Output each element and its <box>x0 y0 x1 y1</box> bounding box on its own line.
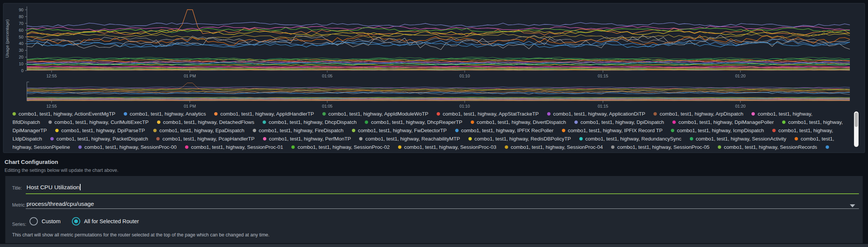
metric-select[interactable]: process/thread/cpu/usage <box>26 201 94 207</box>
y-tick-label: 70 <box>19 21 23 26</box>
mini-x-tick-label: 12:55 <box>46 104 57 108</box>
legend-color-dot <box>690 137 693 140</box>
x-tick-label: 12:55 <box>46 74 57 78</box>
y-tick-label: 40 <box>19 41 23 46</box>
legend-item[interactable]: combo1, test1, highway, SessionProc-04 <box>505 144 603 150</box>
legend-item[interactable]: combo1, test1, highway, DivertDispatch <box>471 119 566 125</box>
legend-color-dot <box>718 145 721 149</box>
metric-select-value: process/thread/cpu/usage <box>26 201 94 207</box>
mini-x-tick-label: 01:20 <box>735 104 746 108</box>
legend-color-dot <box>55 129 59 132</box>
legend-item[interactable]: combo1, test1, highway, SessionProc-01 <box>185 144 283 150</box>
x-tick-label: 01:10 <box>459 74 470 78</box>
legend-color-dot <box>505 145 508 149</box>
legend-color-dot <box>795 137 798 140</box>
series-radio-custom[interactable] <box>30 217 38 225</box>
metric-select-underline <box>26 208 859 209</box>
title-input-value: Host CPU Utilization <box>26 184 79 190</box>
series-radio-custom-label[interactable]: Custom <box>42 218 61 224</box>
y-tick-label: 60 <box>19 28 23 32</box>
legend-item[interactable]: combo1, test1, highway, SessionRecords <box>718 144 817 150</box>
legend-color-dot <box>359 137 362 140</box>
mini-x-tick-label: 01:10 <box>459 104 470 108</box>
legend-item[interactable]: combo1, test1, highway, SessionProc-03 <box>398 144 496 150</box>
legend-item[interactable]: combo1, test1, highway, PcapHandlerTP <box>156 136 255 142</box>
legend-item[interactable]: combo1, test1, highway, SessionProc-02 <box>291 144 390 150</box>
legend-item[interactable]: combo1, test1, highway, IPFIX RecPoller <box>455 128 554 133</box>
x-tick-label: 01:05 <box>322 74 333 78</box>
legend-color-dot <box>579 137 583 140</box>
legend-color-dot <box>437 112 440 116</box>
mini-x-tick-label: 01 PM <box>184 104 196 108</box>
legend-color-dot <box>782 120 786 124</box>
title-input[interactable]: Host CPU Utilization <box>26 184 81 191</box>
legend-scrollbar-track[interactable] <box>854 111 859 147</box>
legend-item[interactable]: combo1, test1, highway, DpiParseTP <box>55 128 145 133</box>
legend-color-dot <box>263 137 266 140</box>
legend-color-dot <box>455 129 459 132</box>
legend-color-dot <box>50 137 54 140</box>
chart-configuration-subheading: Editting the settings below will update … <box>5 168 118 173</box>
legend-color-dot <box>751 112 755 116</box>
chevron-down-icon[interactable] <box>850 204 855 207</box>
title-field-label: Title: <box>12 185 22 191</box>
y-tick-label: 0 <box>21 68 23 73</box>
legend-item[interactable]: combo1, test1, highway, ApplicationDiTP <box>547 111 646 117</box>
legend-item[interactable]: combo1, test1, highway, FwDetectorTP <box>352 128 447 133</box>
legend-color-dot <box>547 112 551 116</box>
legend-item[interactable]: combo1, test1, highway, SessionProc-00 <box>78 144 177 150</box>
title-input-focus-underline <box>26 193 859 194</box>
legend-color-dot <box>214 112 218 116</box>
y-axis-label: Usage (percentage) <box>5 19 9 58</box>
legend-color-dot <box>124 112 127 116</box>
legend-item[interactable]: combo1, test1, highway, PerfMonTP <box>263 136 351 142</box>
legend-item[interactable]: combo1, test1, highway, FireDispatch <box>253 128 344 133</box>
chart-overview-brush[interactable] <box>27 82 850 101</box>
legend-color-dot <box>574 120 578 124</box>
legend-item[interactable]: combo1, test1, highway, SessionActivity <box>690 136 786 142</box>
legend-item[interactable]: combo1, test1, highway, DhcpDispatch <box>263 119 356 125</box>
legend-item[interactable]: combo1, test1, highway, ActionEventMgTP <box>12 111 115 117</box>
legend-color-dot <box>156 137 160 140</box>
x-tick-label: 01:20 <box>735 74 746 78</box>
chart-series-line <box>27 9 850 36</box>
series-help-note: This chart will show all metric permutat… <box>12 232 269 238</box>
mini-x-tick-label: 01:15 <box>598 104 608 108</box>
chart-panel: Usage (percentage)010203040506070809012:… <box>3 3 865 153</box>
legend-item[interactable]: combo1, test1, highway, SessionProc-05 <box>611 144 709 150</box>
legend-color-dot <box>48 120 52 124</box>
legend-item[interactable]: combo1, test1, highway, CurlMultiExecTP <box>48 119 149 125</box>
cpu-usage-chart[interactable]: Usage (percentage)010203040506070809012:… <box>3 3 865 111</box>
next-section-edge <box>0 244 868 247</box>
legend-item[interactable]: combo1, test1, highway, RedundancySync <box>579 136 681 142</box>
legend-color-dot <box>611 145 614 149</box>
legend-item[interactable]: combo1, test1, highway, IcmpDispatch <box>671 128 764 133</box>
legend-item[interactable]: combo1, test1, highway, AppStatTrackeTP <box>437 111 539 117</box>
y-tick-label: 10 <box>19 62 23 66</box>
legend-color-dot <box>671 129 674 132</box>
legend-color-dot <box>653 112 657 116</box>
legend-item[interactable]: combo1, test1, highway, DpiManagePoller <box>672 119 774 125</box>
legend-scrollbar-thumb[interactable] <box>855 113 858 127</box>
legend-color-dot <box>365 120 368 124</box>
legend-color-dot <box>153 129 157 132</box>
series-radio-all-label[interactable]: All for Selected Router <box>84 218 139 224</box>
legend-item[interactable]: combo1, test1, highway, AppIdModuleWoTP <box>322 111 428 117</box>
legend-item[interactable]: combo1, test1, highway, Analytics <box>124 111 206 117</box>
legend-item[interactable]: combo1, test1, highway, AppIdHandlerTP <box>214 111 314 117</box>
legend-color-dot <box>826 145 829 149</box>
series-field-label: Series: <box>12 222 26 227</box>
legend-color-dot <box>471 120 474 124</box>
legend-item[interactable]: combo1, test1, highway, DpiDispatch <box>574 119 664 125</box>
legend-item[interactable]: combo1, test1, highway, DetachedFlows <box>157 119 254 125</box>
legend-item[interactable]: combo1, test1, highway, RedisDBPolicyTP <box>468 136 571 142</box>
legend-item[interactable]: combo1, test1, highway, PacketDispatch <box>50 136 148 142</box>
chart-configuration-heading: Chart Configuration <box>5 159 58 165</box>
legend-item[interactable]: combo1, test1, highway, IPFIX Record TP <box>562 128 663 133</box>
series-radio-all-for-selected-router[interactable] <box>72 217 80 225</box>
legend-item[interactable]: combo1, test1, highway, DhcpReaperTP <box>365 119 462 125</box>
y-tick-label: 50 <box>19 35 23 39</box>
legend-item[interactable]: combo1, test1, highway, EpaDispatch <box>153 128 244 133</box>
legend-item[interactable]: combo1, test1, highway, ReachabilityMTP <box>359 136 460 142</box>
legend-item[interactable]: combo1, test1, highway, ArpDispatch <box>653 111 743 117</box>
